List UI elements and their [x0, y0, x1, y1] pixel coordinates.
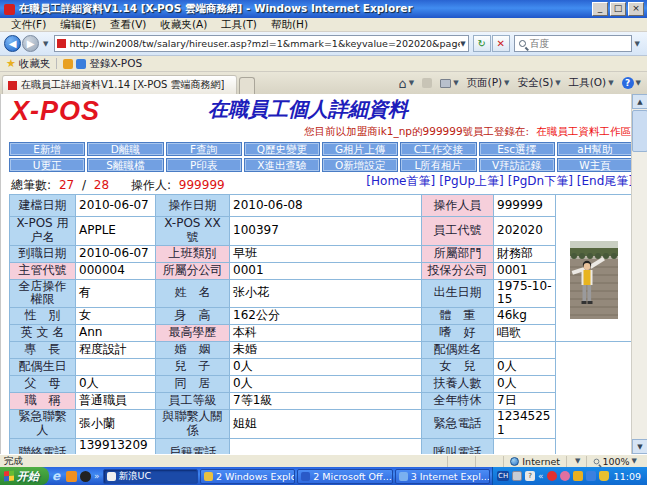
tools-menu[interactable]: 工具(O)▼	[569, 76, 614, 90]
function-button-work-handover[interactable]: C工作交接	[400, 142, 476, 156]
record-stats-row: 總筆數: 27 / 28 操作人: 999999 [Home首筆][PgUp上筆…	[11, 174, 633, 194]
record-link-home-first[interactable]: [Home首筆]	[366, 174, 435, 188]
address-dropdown-icon[interactable]: ▼	[460, 40, 465, 48]
function-button-inout-check[interactable]: X進出查驗	[244, 158, 320, 172]
function-button-query[interactable]: F查詢	[166, 142, 242, 156]
scrollbar-thumb[interactable]	[632, 110, 647, 152]
print-dropdown-icon[interactable]: ▼	[453, 79, 458, 87]
task-button-internet-explorer[interactable]: 3 Internet Expl...▼	[395, 469, 490, 484]
uc-tray-icon[interactable]	[560, 471, 570, 481]
paw-tray-icon[interactable]	[573, 471, 583, 481]
forward-button[interactable]: ▶	[22, 35, 39, 52]
field-value: 0001	[494, 262, 556, 279]
security-menu[interactable]: 安全(S)▼	[518, 76, 561, 90]
field-value: 000004	[76, 262, 156, 279]
start-button[interactable]: 开始	[0, 467, 49, 485]
quick-launch-ie-icon[interactable]: e	[52, 471, 63, 482]
feeds-icon[interactable]	[422, 78, 432, 88]
scroll-down-icon[interactable]: ▼	[632, 439, 647, 454]
add-favorite-icon[interactable]	[63, 59, 73, 69]
menu-item-favorites[interactable]: 收藏夹(A)	[153, 18, 214, 32]
stop-button[interactable]: ✕	[492, 35, 510, 52]
minimize-button[interactable]: _	[592, 2, 608, 16]
tray-overflow-icon[interactable]: «	[538, 471, 544, 481]
back-button[interactable]: ◀	[4, 35, 21, 52]
function-button-visit-log[interactable]: V拜訪記錄	[479, 158, 555, 172]
function-button-home[interactable]: W主頁	[557, 158, 633, 172]
task-group-dropdown-icon[interactable]: ▼	[392, 472, 393, 480]
quick-launch-qq-icon[interactable]	[80, 471, 91, 482]
search-dropdown-icon[interactable]: ▼	[632, 40, 643, 48]
menu-item-view[interactable]: 查看(V)	[103, 18, 153, 32]
function-button-all-photos[interactable]: L所有相片	[400, 158, 476, 172]
security-shield-icon[interactable]	[599, 471, 609, 481]
command-bar: ⌂▼ ▼ 页面(P)▼ 安全(S)▼ 工具(O)▼ ?▼	[395, 72, 645, 94]
function-button-new[interactable]: E新增	[9, 142, 85, 156]
favorites-bar: ★ 收藏夹 登錄X-POS	[0, 56, 647, 72]
function-button-add-setting[interactable]: O新增設定	[322, 158, 398, 172]
favorites-button[interactable]: 收藏夹	[19, 57, 51, 71]
field-label: 同 居	[156, 376, 230, 393]
print-icon[interactable]	[440, 79, 451, 88]
task-button-sina-uc[interactable]: 新浪UC	[103, 469, 198, 484]
menu-item-edit[interactable]: 编辑(E)	[53, 18, 103, 32]
field-label: 操作日期	[156, 195, 230, 217]
quick-launch-overflow-icon[interactable]: »	[94, 471, 100, 481]
menu-item-file[interactable]: 文件(F)	[4, 18, 53, 32]
function-button-esc-select[interactable]: Esc選擇	[479, 142, 555, 156]
language-indicator[interactable]: CH	[497, 471, 509, 481]
download-tray-icon[interactable]	[586, 471, 596, 481]
field-value: 162公分	[230, 308, 422, 325]
refresh-button[interactable]: ↻	[473, 35, 491, 52]
field-value: 202020	[494, 217, 556, 246]
task-button-microsoft-office[interactable]: 2 Microsoft Off...▼	[297, 469, 392, 484]
search-input[interactable]: 百度	[514, 35, 632, 52]
function-button-photo-upload[interactable]: G相片上傳	[322, 142, 398, 156]
operator-label: 操作人:	[131, 178, 171, 192]
menu-item-help[interactable]: 帮助(H)	[264, 18, 315, 32]
record-link-pgdn-next[interactable]: [PgDn下筆]	[508, 174, 573, 188]
field-label: 緊急聯繫人	[10, 410, 76, 439]
protected-mode-pane[interactable]: ▼	[566, 456, 586, 467]
address-bar[interactable]: http://win2008/tw/salary/hireuser.asp?mz…	[54, 35, 468, 52]
status-pane	[447, 456, 475, 467]
field-value: 100397	[230, 217, 422, 246]
quick-launch-uc-icon[interactable]	[66, 471, 77, 482]
tab-favicon	[8, 81, 17, 90]
tab-employee-detail[interactable]: 在職員工詳細資料V1.14 [X-POS 雲端商務網]	[2, 75, 237, 94]
search-icon	[519, 40, 526, 47]
record-link-pgup-prev[interactable]: [PgUp上筆]	[439, 174, 504, 188]
home-dropdown-icon[interactable]: ▼	[409, 79, 414, 87]
field-label: 呼叫電話	[422, 438, 494, 454]
favorites-item-login-xpos[interactable]: 登錄X-POS	[89, 57, 142, 71]
function-button-help[interactable]: aH幫助	[557, 142, 633, 156]
function-button-print[interactable]: P印表	[166, 158, 242, 172]
new-tab-button[interactable]	[239, 77, 255, 94]
function-button-update[interactable]: U更正	[9, 158, 85, 172]
zone-label: Internet	[522, 456, 560, 467]
printer-tray-icon[interactable]	[512, 471, 522, 481]
microsoft-office-icon	[301, 472, 310, 481]
restore-button[interactable]: □	[610, 2, 626, 16]
menu-item-tools[interactable]: 工具(T)	[214, 18, 264, 32]
function-button-history-change[interactable]: Q歷史變更	[244, 142, 320, 156]
field-value: 早班	[230, 245, 422, 262]
zoom-control[interactable]: 100% ▼	[586, 456, 643, 467]
empty-cell	[556, 376, 632, 393]
record-link-end-last[interactable]: [End尾筆]	[577, 174, 633, 188]
help-icon[interactable]: ?	[622, 77, 634, 89]
empty-cell	[556, 342, 632, 359]
task-button-windows-explorer[interactable]: 2 Windows Explorer▼	[200, 469, 295, 484]
help-tray-icon[interactable]: ?	[525, 471, 535, 481]
task-label: 2 Windows Explorer	[216, 471, 295, 482]
home-icon[interactable]: ⌂	[399, 76, 407, 91]
scroll-up-icon[interactable]: ▲	[632, 94, 647, 109]
page-menu[interactable]: 页面(P)▼	[467, 76, 510, 90]
field-value: 46kg	[494, 308, 556, 325]
qq-tray-icon[interactable]	[547, 471, 557, 481]
close-button[interactable]: ×	[628, 2, 644, 16]
function-button-resign-file[interactable]: S離職檔	[87, 158, 163, 172]
function-button-resign[interactable]: D離職	[87, 142, 163, 156]
page-scrollbar[interactable]: ▲ ▼	[631, 94, 647, 454]
history-dropdown-icon[interactable]: ▼	[40, 40, 51, 48]
